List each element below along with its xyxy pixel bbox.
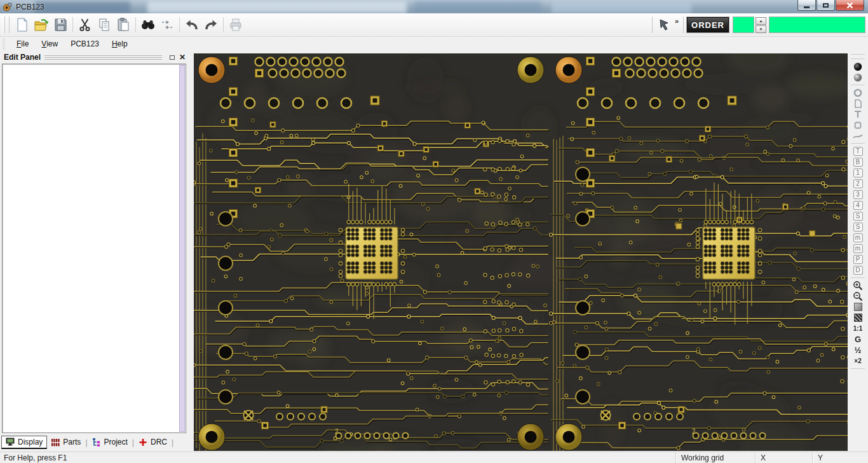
component-tool-button[interactable] xyxy=(851,120,864,130)
zoom-double-button[interactable]: ×2 xyxy=(851,356,864,366)
print-button[interactable] xyxy=(226,15,245,34)
paste-clipboard-icon xyxy=(116,17,131,32)
tab-project[interactable]: Project xyxy=(88,436,132,449)
hatched-square-icon xyxy=(854,314,862,322)
save-button[interactable] xyxy=(51,15,70,34)
pcb-canvas[interactable]: 22 xyxy=(194,53,848,451)
layer-button-T-0[interactable]: T xyxy=(853,147,863,156)
layer-buttons: TB1234SSmmPD xyxy=(853,146,863,275)
undo-icon xyxy=(184,17,200,32)
polygon-tool-button[interactable] xyxy=(851,98,864,109)
panel-tab-row: Display Parts | xyxy=(1,435,174,449)
new-document-button[interactable] xyxy=(13,15,32,34)
menu-help[interactable]: Help xyxy=(105,38,134,50)
app-icon xyxy=(3,3,12,11)
open-folder-icon xyxy=(34,17,49,32)
spinner-down-button[interactable]: ▼ xyxy=(756,25,766,33)
undo-button[interactable] xyxy=(182,15,201,34)
zoom-in-button[interactable] xyxy=(851,280,864,291)
edit-panel-float-button[interactable] xyxy=(168,53,176,61)
toolbar-overflow-chevron[interactable]: » xyxy=(675,17,679,25)
edit-panel-close-button[interactable]: ✕ xyxy=(179,53,186,61)
select-tool-button[interactable] xyxy=(656,15,675,34)
ring-pad-tool-button[interactable] xyxy=(851,87,864,98)
layer-button-D-11[interactable]: D xyxy=(853,266,863,275)
layer-button-S-7[interactable]: S xyxy=(853,223,863,232)
maximize-button[interactable] xyxy=(817,0,835,11)
order-button[interactable]: ORDER xyxy=(687,17,729,32)
zoom-1to1-button[interactable]: 1:1 xyxy=(851,323,864,334)
spinner-up-button[interactable]: ▲ xyxy=(756,17,766,25)
menu-pcb123[interactable]: PCB123 xyxy=(64,38,105,50)
pcb-board-render[interactable]: 22 xyxy=(194,53,848,451)
zoom-out-icon xyxy=(853,291,863,301)
edit-panel-grip[interactable] xyxy=(44,55,162,60)
main-area: Edit Panel ✕ Display xyxy=(0,51,868,452)
title-bar[interactable]: PCB123 xyxy=(0,0,868,13)
fill-display-button[interactable] xyxy=(851,301,864,312)
redo-icon xyxy=(203,17,219,32)
status-y: Y xyxy=(812,452,868,463)
hatch-display-button[interactable] xyxy=(851,312,864,323)
zoom-half-button[interactable]: ½ xyxy=(851,345,864,356)
solid-square-icon xyxy=(854,303,862,311)
edit-panel-scrollbar[interactable] xyxy=(179,65,185,432)
tab-drc[interactable]: DRC xyxy=(135,436,171,449)
project-tree-icon xyxy=(92,438,101,446)
status-help-text: For Help, press F1 xyxy=(4,453,67,462)
status-x: X xyxy=(755,452,812,463)
layer-button-4-5[interactable]: 4 xyxy=(853,201,863,210)
zoom-out-button[interactable] xyxy=(851,291,864,301)
open-button[interactable] xyxy=(32,15,51,34)
swap-button[interactable] xyxy=(158,15,177,34)
edit-panel-title: Edit Panel xyxy=(4,53,41,62)
layer-button-P-10[interactable]: P xyxy=(853,255,863,264)
close-button[interactable] xyxy=(836,0,864,11)
toolbar-grip[interactable] xyxy=(9,17,11,33)
color-swatch[interactable] xyxy=(733,17,754,33)
layer-button-1-2[interactable]: 1 xyxy=(853,169,863,177)
layer-button-3-4[interactable]: 3 xyxy=(853,190,863,199)
save-icon xyxy=(53,17,68,32)
find-button[interactable] xyxy=(139,15,158,34)
dark-sphere-icon xyxy=(853,62,863,72)
menu-bar: File View PCB123 Help xyxy=(0,37,868,51)
toolbar-grip[interactable] xyxy=(3,17,5,33)
layer-button-m-8[interactable]: m xyxy=(853,233,863,242)
menu-view[interactable]: View xyxy=(35,38,64,50)
tab-display[interactable]: Display xyxy=(1,436,47,449)
edit-panel-header[interactable]: Edit Panel ✕ xyxy=(4,52,186,62)
pcb123-window: PCB123 xyxy=(0,0,868,463)
layer-button-m-9[interactable]: m xyxy=(853,244,863,253)
layer-button-B-1[interactable]: B xyxy=(853,158,863,167)
filled-pad-dark-button[interactable] xyxy=(851,61,864,72)
svg-text:2: 2 xyxy=(692,428,696,435)
tab-parts[interactable]: Parts xyxy=(47,436,85,449)
menu-file[interactable]: File xyxy=(10,38,35,50)
swap-arrows-icon xyxy=(159,17,175,32)
text-tool-button[interactable] xyxy=(851,109,864,120)
redo-button[interactable] xyxy=(201,15,220,34)
select-arrow-icon xyxy=(658,17,673,32)
filled-pad-light-button[interactable] xyxy=(851,72,864,83)
trace-tool-button[interactable] xyxy=(851,130,864,141)
paste-button[interactable] xyxy=(114,15,133,34)
new-document-icon xyxy=(15,17,30,32)
copy-button[interactable] xyxy=(95,15,114,34)
main-toolbar: » ORDER ▲ ▼ xyxy=(0,13,868,37)
print-icon xyxy=(228,17,243,32)
layer-button-2-3[interactable]: 2 xyxy=(853,179,863,188)
drc-plus-icon xyxy=(139,438,147,446)
chip-icon xyxy=(853,120,863,130)
grid-toggle-button[interactable]: G xyxy=(851,334,864,345)
minimize-icon xyxy=(804,6,810,8)
layer-button-S-6[interactable]: S xyxy=(853,212,863,221)
display-icon xyxy=(6,438,15,446)
float-icon xyxy=(170,55,175,60)
active-layer-color-bar[interactable] xyxy=(769,17,865,33)
svg-text:2: 2 xyxy=(335,428,339,435)
menu-grip[interactable] xyxy=(3,39,5,49)
gray-sphere-icon xyxy=(853,73,863,83)
minimize-button[interactable] xyxy=(797,0,816,11)
cut-button[interactable] xyxy=(76,15,95,34)
